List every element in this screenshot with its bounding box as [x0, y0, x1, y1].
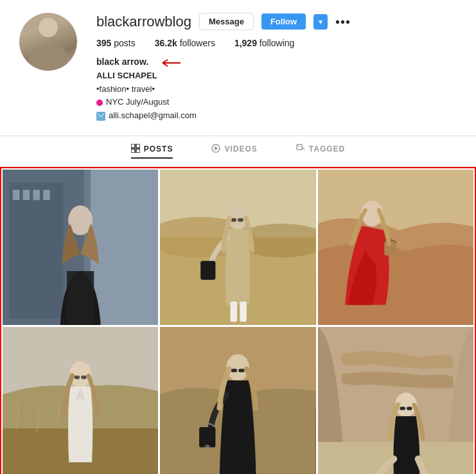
post-image-3: [318, 170, 473, 325]
post-item-4[interactable]: [3, 327, 158, 474]
tabs-section: POSTS VIDEOS TAGGED: [0, 136, 476, 167]
svg-rect-1: [131, 144, 135, 148]
posts-grid-wrapper: [0, 167, 476, 474]
video-icon: [211, 144, 220, 155]
svg-rect-7: [297, 145, 302, 150]
svg-rect-12: [91, 170, 158, 325]
svg-rect-15: [23, 190, 30, 200]
profile-section: blackarrowblog Message Follow ▾ ••• 395 …: [0, 0, 476, 129]
post-item-5[interactable]: [160, 327, 315, 474]
bio-tags: •fashion• travel•: [96, 83, 457, 96]
avatar-wrapper: [19, 13, 77, 71]
followers-count: 36.2k: [155, 38, 177, 48]
posts-label: posts: [114, 38, 135, 48]
post-image-6: [318, 327, 473, 474]
svg-rect-14: [13, 190, 20, 200]
email-icon: [96, 112, 105, 121]
svg-rect-50: [407, 407, 412, 410]
svg-rect-16: [33, 190, 40, 200]
svg-rect-2: [136, 144, 140, 148]
bio-display-name: black arrow.: [96, 57, 148, 67]
svg-rect-13: [10, 183, 64, 319]
svg-rect-49: [400, 407, 405, 410]
following-count: 1,929: [234, 38, 257, 48]
svg-rect-17: [43, 190, 50, 200]
post-item-1[interactable]: [3, 170, 158, 325]
annotation-arrow-icon: [156, 57, 182, 69]
svg-rect-42: [231, 369, 237, 373]
username: blackarrowblog: [96, 13, 191, 30]
tab-posts-label: POSTS: [144, 145, 173, 154]
profile-top-row: blackarrowblog Message Follow ▾ •••: [96, 13, 457, 30]
followers-label: followers: [180, 38, 215, 48]
svg-rect-37: [75, 376, 80, 379]
tab-tagged[interactable]: TAGGED: [296, 144, 345, 159]
tab-videos-label: VIDEOS: [224, 145, 257, 154]
bio-location-text: NYC July/August: [106, 96, 169, 109]
svg-rect-28: [231, 301, 238, 322]
follow-button[interactable]: Follow: [261, 13, 306, 30]
tab-videos[interactable]: VIDEOS: [211, 144, 257, 159]
tag-icon: [296, 144, 305, 155]
post-image-2: [160, 170, 315, 325]
post-item-2[interactable]: [160, 170, 315, 325]
post-item-3[interactable]: [318, 170, 473, 325]
more-options-button[interactable]: •••: [335, 15, 351, 28]
stats-row: 395 posts 36.2k followers 1,929 followin…: [96, 38, 457, 48]
bio-subtitle: ALLI SCHAPEL: [96, 69, 457, 83]
svg-rect-27: [201, 261, 216, 280]
tab-tagged-label: TAGGED: [309, 145, 345, 154]
message-button[interactable]: Message: [199, 13, 254, 30]
follow-dropdown-button[interactable]: ▾: [313, 14, 328, 30]
bio-name-row: black arrow.: [96, 55, 457, 69]
location-dot-icon: [96, 100, 103, 106]
followers-stat: 36.2k followers: [155, 38, 215, 48]
svg-marker-6: [215, 146, 218, 150]
svg-point-9: [298, 146, 299, 147]
profile-info: blackarrowblog Message Follow ▾ ••• 395 …: [96, 13, 457, 123]
post-image-4: [3, 327, 158, 474]
svg-rect-19: [67, 271, 94, 325]
svg-rect-29: [240, 301, 247, 322]
svg-rect-38: [81, 376, 86, 379]
posts-grid: [3, 170, 473, 474]
svg-rect-3: [131, 149, 135, 153]
tab-posts[interactable]: POSTS: [131, 144, 173, 159]
bio-location: NYC July/August: [96, 96, 457, 109]
svg-rect-43: [239, 369, 245, 373]
post-image-1: [3, 170, 158, 325]
svg-point-45: [205, 445, 210, 450]
posts-count: 395: [96, 38, 111, 48]
following-label: following: [260, 38, 294, 48]
svg-rect-44: [199, 427, 215, 448]
bio-section: black arrow. ALLI SCHAPEL •fashion• trav…: [96, 55, 457, 123]
grid-icon: [131, 144, 140, 155]
post-item-6[interactable]: [318, 327, 473, 474]
svg-rect-26: [238, 218, 243, 222]
svg-rect-4: [136, 149, 140, 153]
bio-email-text: alli.schapel@gmail.com: [109, 109, 197, 123]
posts-stat: 395 posts: [96, 38, 136, 48]
email-envelope-icon: [98, 114, 104, 119]
bio-email: alli.schapel@gmail.com: [96, 109, 457, 123]
post-image-5: [160, 327, 315, 474]
following-stat: 1,929 following: [234, 38, 294, 48]
avatar: [19, 13, 77, 71]
